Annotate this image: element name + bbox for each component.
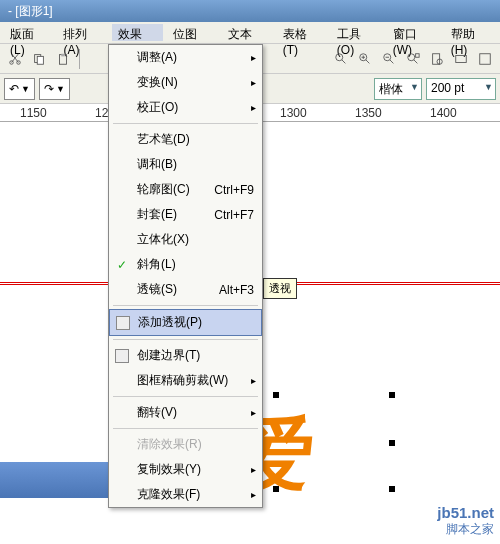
- menu-window[interactable]: 窗口(W): [387, 24, 441, 41]
- title-text: - [图形1]: [8, 3, 53, 20]
- menu-item-label: 创建边界(T): [137, 347, 200, 364]
- zoom-width-button[interactable]: [450, 48, 472, 70]
- menu-item[interactable]: 斜角(L): [109, 252, 262, 277]
- menu-item-label: 透镜(S): [137, 281, 177, 298]
- font-name: 楷体: [379, 82, 403, 96]
- ruler-tick: 1400: [430, 106, 457, 120]
- svg-rect-10: [416, 53, 420, 57]
- undo-icon: ↶: [9, 82, 19, 96]
- menu-item-shortcut: Ctrl+F9: [214, 183, 254, 197]
- ruler-tick: 1300: [280, 106, 307, 120]
- watermark-url: jb51.net: [437, 503, 494, 523]
- menu-item[interactable]: 变换(N): [109, 70, 262, 95]
- watermark-cn: 脚本之家: [437, 522, 494, 538]
- effects-menu-dropdown: 调整(A)变换(N)校正(O)艺术笔(D)调和(B)轮廓图(C)Ctrl+F9封…: [108, 44, 263, 508]
- cut-button[interactable]: [4, 48, 26, 70]
- menu-item-label: 添加透视(P): [138, 314, 202, 331]
- handle-se[interactable]: [389, 486, 395, 492]
- menu-item-label: 复制效果(Y): [137, 461, 201, 478]
- svg-rect-5: [61, 53, 65, 56]
- menu-item[interactable]: 封套(E)Ctrl+F7: [109, 202, 262, 227]
- menu-item-label: 调和(B): [137, 156, 177, 173]
- menu-item: 清除效果(R): [109, 432, 262, 457]
- menu-item-label: 艺术笔(D): [137, 131, 190, 148]
- menu-table[interactable]: 表格(T): [277, 24, 327, 41]
- handle-ne[interactable]: [389, 392, 395, 398]
- menu-item[interactable]: 图框精确剪裁(W): [109, 368, 262, 393]
- menu-separator: [113, 396, 258, 397]
- menu-item-icon: [115, 349, 129, 363]
- svg-rect-3: [37, 56, 43, 64]
- menubar: 版面(L) 排列(A) 效果(C) 位图(B) 文本(X) 表格(T) 工具(O…: [0, 22, 500, 44]
- menu-item[interactable]: 调和(B): [109, 152, 262, 177]
- ruler-tick: 1150: [20, 106, 47, 120]
- menu-separator: [113, 305, 258, 306]
- menu-item-label: 立体化(X): [137, 231, 189, 248]
- redo-icon: ↷: [44, 82, 54, 96]
- svg-point-9: [408, 53, 415, 60]
- menu-item-label: 调整(A): [137, 49, 177, 66]
- menu-help[interactable]: 帮助(H): [445, 24, 496, 41]
- menu-item[interactable]: 复制效果(Y): [109, 457, 262, 482]
- menu-item-label: 轮廓图(C): [137, 181, 190, 198]
- menu-item[interactable]: 艺术笔(D): [109, 127, 262, 152]
- menu-item-label: 封套(E): [137, 206, 177, 223]
- tooltip: 透视: [263, 278, 297, 299]
- menu-bitmap[interactable]: 位图(B): [167, 24, 218, 41]
- font-select[interactable]: 楷体: [374, 78, 422, 100]
- fontsize-select[interactable]: 200 pt: [426, 78, 496, 100]
- handle-e[interactable]: [389, 440, 395, 446]
- menu-item[interactable]: 克隆效果(F): [109, 482, 262, 507]
- titlebar: - [图形1]: [0, 0, 500, 22]
- copy-button[interactable]: [28, 48, 50, 70]
- menu-effects[interactable]: 效果(C): [112, 24, 163, 41]
- paste-button[interactable]: [52, 48, 74, 70]
- zoom-out-button[interactable]: [378, 48, 400, 70]
- menu-item[interactable]: 创建边界(T): [109, 343, 262, 368]
- separator: [79, 49, 80, 69]
- menu-item[interactable]: 翻转(V): [109, 400, 262, 425]
- menu-item[interactable]: 透镜(S)Alt+F3: [109, 277, 262, 302]
- menu-item-label: 校正(O): [137, 99, 178, 116]
- redo-button[interactable]: ↷▼: [39, 78, 70, 100]
- menu-separator: [113, 428, 258, 429]
- zoom-levels-button[interactable]: [330, 48, 352, 70]
- menu-item-label: 变换(N): [137, 74, 178, 91]
- menu-item-icon: [116, 316, 130, 330]
- undo-button[interactable]: ↶▼: [4, 78, 35, 100]
- menu-item[interactable]: 立体化(X): [109, 227, 262, 252]
- zoom-in-button[interactable]: [354, 48, 376, 70]
- menu-item-label: 清除效果(R): [137, 436, 202, 453]
- menu-item-label: 斜角(L): [137, 256, 176, 273]
- menu-arrange[interactable]: 排列(A): [57, 24, 108, 41]
- zoom-all-button[interactable]: [474, 48, 496, 70]
- handle-n[interactable]: [273, 392, 279, 398]
- menu-item-shortcut: Ctrl+F7: [214, 208, 254, 222]
- menu-layout[interactable]: 版面(L): [4, 24, 53, 41]
- watermark: jb51.net 脚本之家: [437, 503, 494, 538]
- menu-item[interactable]: 校正(O): [109, 95, 262, 120]
- svg-rect-13: [456, 55, 467, 62]
- handle-s[interactable]: [273, 486, 279, 492]
- font-size: 200 pt: [431, 81, 464, 95]
- svg-point-6: [336, 53, 343, 60]
- zoom-fit-button[interactable]: [402, 48, 424, 70]
- menu-item[interactable]: 轮廓图(C)Ctrl+F9: [109, 177, 262, 202]
- menu-item-label: 翻转(V): [137, 404, 177, 421]
- menu-item[interactable]: 调整(A): [109, 45, 262, 70]
- menu-item-label: 克隆效果(F): [137, 486, 200, 503]
- menu-separator: [113, 339, 258, 340]
- menu-separator: [113, 123, 258, 124]
- menu-text[interactable]: 文本(X): [222, 24, 273, 41]
- menu-item-shortcut: Alt+F3: [219, 283, 254, 297]
- zoom-page-button[interactable]: [426, 48, 448, 70]
- ruler-tick: 1350: [355, 106, 382, 120]
- svg-rect-14: [480, 53, 491, 64]
- menu-tools[interactable]: 工具(O): [331, 24, 383, 41]
- menu-item-label: 图框精确剪裁(W): [137, 372, 228, 389]
- menu-item[interactable]: 添加透视(P): [109, 309, 262, 336]
